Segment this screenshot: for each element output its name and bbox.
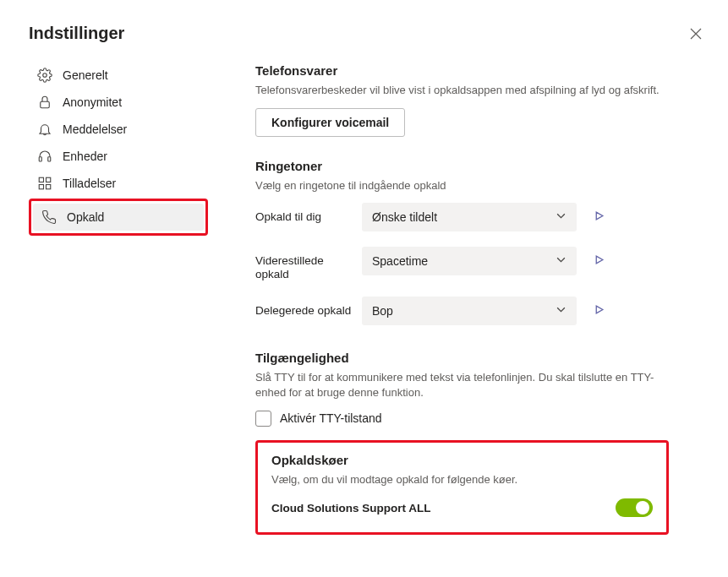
- highlight-nav-calling: Opkald: [29, 199, 208, 236]
- svg-rect-2: [39, 157, 41, 161]
- ringtone-dropdown-delegated[interactable]: Bop: [362, 297, 577, 325]
- callqueues-heading: Opkaldskøer: [271, 453, 653, 467]
- content-area: Telefonsvarer Telefonsvarerbeskeder vil …: [255, 62, 699, 535]
- play-button[interactable]: [594, 297, 605, 318]
- settings-modal: Indstillinger Generelt Anonymitet Meddel…: [0, 0, 728, 577]
- sidebar-item-label: Opkald: [67, 210, 104, 224]
- apps-icon: [37, 176, 52, 191]
- close-button[interactable]: [689, 27, 703, 43]
- sidebar-item-label: Generelt: [63, 68, 108, 82]
- svg-point-0: [43, 73, 47, 78]
- svg-rect-5: [47, 177, 51, 182]
- sidebar-item-label: Enheder: [63, 150, 107, 163]
- ringtone-dropdown-calls-for-you[interactable]: Ønske tildelt: [362, 203, 577, 231]
- phone-icon: [41, 210, 57, 225]
- lock-icon: [37, 95, 52, 110]
- ringtone-label: Viderestillede opkald: [255, 247, 355, 281]
- sidebar-item-devices[interactable]: Enheder: [29, 143, 208, 170]
- tty-checkbox-row: Aktivér TTY-tilstand: [255, 411, 669, 427]
- sidebar-item-general[interactable]: Generelt: [29, 62, 208, 89]
- play-icon: [594, 304, 605, 315]
- sidebar-item-calls[interactable]: Opkald: [33, 204, 204, 231]
- svg-rect-6: [39, 185, 43, 189]
- svg-rect-7: [47, 185, 51, 189]
- sidebar-item-privacy[interactable]: Anonymitet: [29, 89, 208, 116]
- voicemail-heading: Telefonsvarer: [255, 63, 669, 78]
- chevron-down-icon: [556, 254, 567, 268]
- dropdown-value: Ønske tildelt: [372, 210, 437, 224]
- accessibility-desc: Slå TTY til for at kommunikere med tekst…: [255, 370, 669, 400]
- bell-icon: [37, 122, 52, 137]
- headset-icon: [37, 149, 52, 164]
- configure-voicemail-button[interactable]: Konfigurer voicemail: [255, 108, 405, 137]
- tty-checkbox[interactable]: [255, 411, 271, 427]
- ringtones-desc: Vælg en ringetone til indgående opkald: [255, 178, 669, 193]
- ringtone-row-forwarded: Viderestillede opkald Spacetime: [255, 247, 669, 281]
- call-queue-name: Cloud Solutions Support ALL: [271, 502, 430, 514]
- ringtone-row-calls-for-you: Opkald til dig Ønske tildelt: [255, 203, 669, 231]
- close-icon: [689, 27, 703, 41]
- sidebar-item-label: Tilladelser: [63, 177, 116, 190]
- callqueues-desc: Vælg, om du vil modtage opkald for følge…: [271, 472, 653, 487]
- call-queue-toggle[interactable]: [616, 498, 653, 517]
- chevron-down-icon: [556, 210, 567, 224]
- dropdown-value: Spacetime: [372, 254, 428, 268]
- sidebar-item-label: Meddelelser: [63, 122, 127, 136]
- svg-rect-1: [41, 101, 50, 108]
- ringtone-row-delegated: Delegerede opkald Bop: [255, 297, 669, 325]
- sidebar-item-permissions[interactable]: Tilladelser: [29, 170, 208, 197]
- play-icon: [594, 210, 605, 221]
- ringtone-label: Opkald til dig: [255, 203, 355, 224]
- svg-rect-4: [39, 177, 43, 182]
- voicemail-desc: Telefonsvarerbeskeder vil blive vist i o…: [255, 83, 669, 98]
- play-button[interactable]: [594, 247, 605, 268]
- dropdown-value: Bop: [372, 304, 393, 318]
- call-queue-row: Cloud Solutions Support ALL: [271, 498, 653, 517]
- sidebar-item-notifications[interactable]: Meddelelser: [29, 116, 208, 143]
- svg-rect-3: [48, 157, 51, 161]
- chevron-down-icon: [556, 304, 567, 318]
- gear-icon: [37, 68, 52, 83]
- modal-title: Indstillinger: [29, 24, 699, 43]
- sidebar-item-label: Anonymitet: [63, 95, 122, 109]
- play-icon: [594, 254, 605, 265]
- ringtones-heading: Ringetoner: [255, 159, 669, 173]
- ringtone-label: Delegerede opkald: [255, 297, 355, 318]
- ringtone-dropdown-forwarded[interactable]: Spacetime: [362, 247, 577, 275]
- play-button[interactable]: [594, 203, 605, 224]
- accessibility-heading: Tilgængelighed: [255, 351, 669, 365]
- highlight-call-queues: Opkaldskøer Vælg, om du vil modtage opka…: [255, 440, 669, 536]
- tty-checkbox-label: Aktivér TTY-tilstand: [280, 411, 382, 425]
- sidebar: Generelt Anonymitet Meddelelser Enheder: [29, 62, 208, 535]
